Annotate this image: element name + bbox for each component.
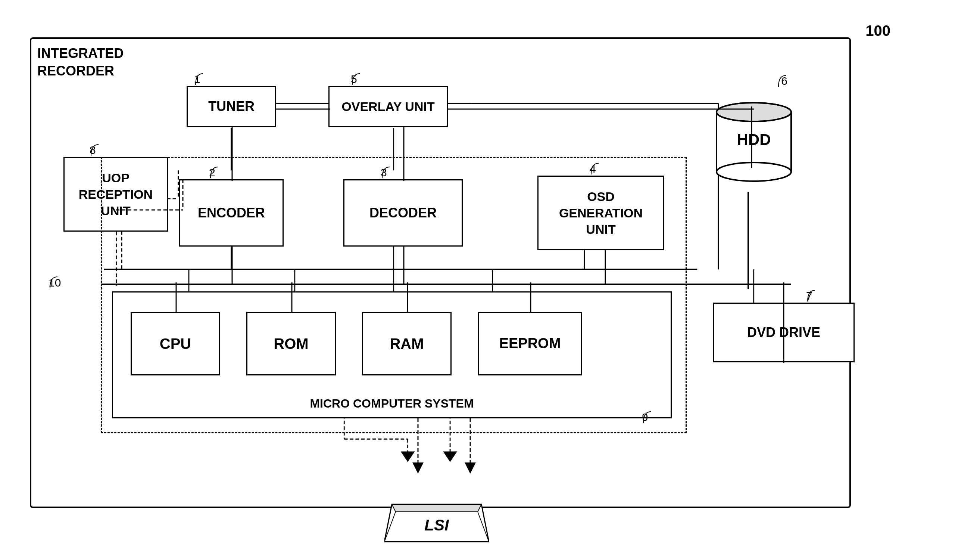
ram-block: RAM xyxy=(362,312,452,375)
rom-block: ROM xyxy=(246,312,336,375)
cpu-block: CPU xyxy=(130,312,220,375)
label-100: 100 xyxy=(865,22,891,39)
eeprom-block: EEPROM xyxy=(478,312,582,375)
micro-label: MICRO COMPUTER SYSTEM xyxy=(310,396,474,412)
tuner-block: TUNER xyxy=(186,86,276,127)
svg-marker-53 xyxy=(392,505,481,512)
lsi-chip: LSI xyxy=(384,493,489,554)
svg-text:LSI: LSI xyxy=(424,516,449,534)
svg-marker-51 xyxy=(465,463,476,474)
diagram-container: 100 INTEGRATED RECORDER xyxy=(15,15,965,539)
overlay-unit-block: OVERLAY UNIT xyxy=(328,86,448,127)
lsi-svg: LSI xyxy=(384,493,489,553)
svg-marker-49 xyxy=(412,463,423,474)
integrated-recorder-label: INTEGRATED RECORDER xyxy=(37,45,124,80)
